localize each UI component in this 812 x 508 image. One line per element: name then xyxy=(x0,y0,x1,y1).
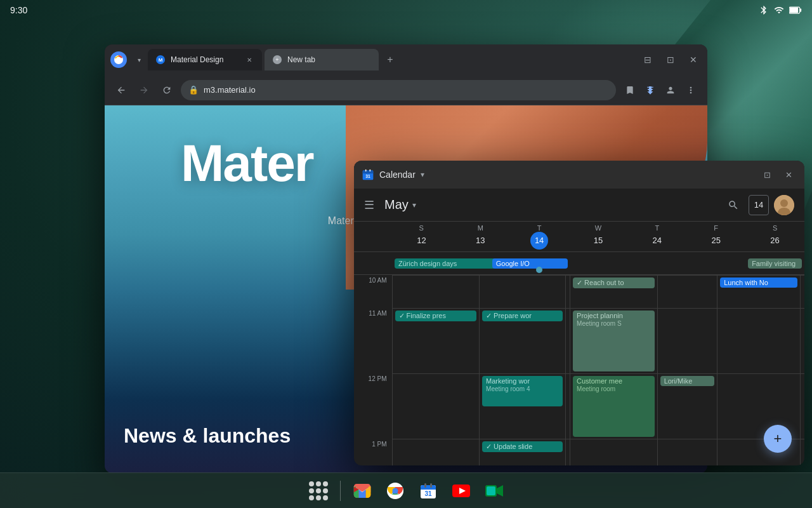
time-row-12pm: 12 PM Marketing worMeeting room 4 Custom… xyxy=(354,374,804,439)
google-io-event[interactable]: Google I/O xyxy=(492,258,568,269)
chrome-taskbar-icon[interactable] xyxy=(381,477,409,505)
forward-button[interactable] xyxy=(135,81,153,99)
dot-2 xyxy=(316,481,321,486)
event-finalize[interactable]: ✓ Finalize pres xyxy=(395,311,477,321)
profile-button[interactable] xyxy=(662,81,679,99)
tab-newtab-title: New tab xyxy=(287,55,371,64)
tab-material-close[interactable]: ✕ xyxy=(244,55,254,65)
col-mon-11am: ✓ Prepare wor xyxy=(480,309,566,374)
today-badge[interactable]: 14 xyxy=(749,195,769,215)
day-header-thu: T 24 xyxy=(627,224,686,250)
tab-dropdown-btn[interactable]: ▾ xyxy=(133,53,145,66)
gmail-icon[interactable] xyxy=(348,477,376,505)
day-label-mon: M xyxy=(478,224,483,232)
browser-window-controls: ⊟ ⊡ ✕ xyxy=(639,51,702,69)
event-lunch-no[interactable]: Lunch with No xyxy=(720,277,797,288)
app-launcher-icon[interactable] xyxy=(304,477,332,505)
day-label-sat: S xyxy=(773,224,777,232)
back-button[interactable] xyxy=(112,81,130,99)
battery-icon xyxy=(789,5,802,15)
day-label-tue: T xyxy=(537,224,542,232)
col-mon-10am xyxy=(480,276,566,309)
event-prepare[interactable]: ✓ Prepare wor xyxy=(482,311,563,321)
maximize-button[interactable]: ⊡ xyxy=(662,51,679,69)
svg-rect-27 xyxy=(424,483,426,488)
svg-text:31: 31 xyxy=(424,490,432,497)
event-lori-mike[interactable]: Lori/Mike xyxy=(660,376,715,386)
time-label-10am: 10 AM xyxy=(354,276,392,309)
day-num-26: 26 xyxy=(766,232,784,250)
time-scroll-area[interactable]: 10 AM ✓ Reach out to Lunch with No xyxy=(354,275,804,465)
col-thu-11am xyxy=(657,309,717,374)
calendar-menu-icon[interactable]: ☰ xyxy=(364,198,374,212)
minimize-button[interactable]: ⊟ xyxy=(639,51,657,69)
svg-text:+: + xyxy=(275,57,278,63)
time-row-11am: 11 AM ✓ Finalize pres ✓ Prepare wor Proj… xyxy=(354,309,804,374)
tab-material[interactable]: M Material Design ✕ xyxy=(148,49,262,70)
calendar-taskbar-icon[interactable]: 31 xyxy=(414,477,442,505)
col-mon-1pm: ✓ Update slide xyxy=(480,439,566,466)
dot-8 xyxy=(316,495,321,500)
taskbar: 31 xyxy=(0,472,812,508)
calendar-close-btn[interactable]: ✕ xyxy=(780,166,797,183)
allday-event-family[interactable]: Family visiting xyxy=(745,257,804,271)
calendar-header-actions: 14 xyxy=(723,195,794,215)
col-wed-10am: ✓ Reach out to xyxy=(570,276,658,309)
chrome-logo xyxy=(110,51,128,69)
month-label: May xyxy=(384,197,409,212)
time-label-11am: 11 AM xyxy=(354,309,392,374)
time-label-1pm: 1 PM xyxy=(354,439,392,466)
dot-9 xyxy=(323,495,328,500)
browser-titlebar: ▾ M Material Design ✕ + New tab + ⊟ ⊡ ✕ xyxy=(105,44,707,75)
taskbar-divider xyxy=(340,481,341,501)
download-button[interactable] xyxy=(641,81,659,99)
event-reach-out[interactable]: ✓ Reach out to xyxy=(573,277,655,288)
day-label-sun: S xyxy=(419,224,424,232)
bookmark-button[interactable] xyxy=(621,81,639,99)
calendar-app-dropdown[interactable]: ▾ xyxy=(421,170,424,179)
day-header-fri: F 25 xyxy=(686,224,745,250)
event-project-planning[interactable]: Project planninMeeting room S xyxy=(573,311,655,371)
col-thu-10am xyxy=(657,276,717,309)
col-wed-1pm xyxy=(570,439,658,466)
day-num-13: 13 xyxy=(471,232,489,250)
month-selector[interactable]: May ▾ xyxy=(384,197,416,212)
svg-text:31: 31 xyxy=(365,174,370,178)
allday-event-google-io[interactable]: Google I/O xyxy=(510,257,569,271)
col-mon-12pm: Marketing worMeeting room 4 xyxy=(480,374,566,439)
more-button[interactable] xyxy=(682,81,700,99)
svg-text:M: M xyxy=(159,57,163,63)
dot-6 xyxy=(323,488,328,493)
day-label-wed: W xyxy=(595,224,601,232)
calendar-maximize-btn[interactable]: ⊡ xyxy=(759,166,775,183)
reload-button[interactable] xyxy=(158,81,176,99)
tab-newtab[interactable]: + New tab xyxy=(265,49,379,70)
col-fri-10am: Lunch with No xyxy=(717,276,801,309)
day-header-mon: M 13 xyxy=(451,224,510,250)
col-tue-11am xyxy=(565,309,570,374)
col-sun-10am xyxy=(392,276,480,309)
user-avatar[interactable] xyxy=(774,195,794,215)
col-thu-1pm xyxy=(657,439,717,466)
system-tray xyxy=(759,5,802,15)
day-header-sun: S 12 xyxy=(392,224,451,250)
col-sun-12pm xyxy=(392,374,480,439)
calendar-search-btn[interactable] xyxy=(723,195,743,215)
tab-material-favicon: M xyxy=(155,55,166,65)
zurich-event[interactable]: Zürich design days xyxy=(395,258,508,269)
calendar-favicon: 31 xyxy=(362,168,374,181)
day-header-tue: T 14 xyxy=(510,224,569,250)
event-customer[interactable]: Customer meeMeeting room xyxy=(573,376,655,437)
svg-rect-11 xyxy=(363,170,374,173)
create-event-fab[interactable]: + xyxy=(764,425,792,453)
family-visiting-event[interactable]: Family visiting xyxy=(748,258,802,269)
youtube-taskbar-icon[interactable] xyxy=(447,477,475,505)
days-header-row: S 12 M 13 T 14 W 15 T 24 F 25 xyxy=(354,222,804,252)
event-marketing[interactable]: Marketing worMeeting room 4 xyxy=(482,376,563,406)
meet-taskbar-icon[interactable] xyxy=(480,477,508,505)
event-update-slides[interactable]: ✓ Update slide xyxy=(482,441,563,452)
close-button[interactable]: ✕ xyxy=(684,51,702,69)
address-bar[interactable]: 🔒 m3.material.io xyxy=(181,80,616,100)
new-tab-button[interactable]: + xyxy=(381,51,399,69)
svg-rect-2 xyxy=(800,9,802,12)
